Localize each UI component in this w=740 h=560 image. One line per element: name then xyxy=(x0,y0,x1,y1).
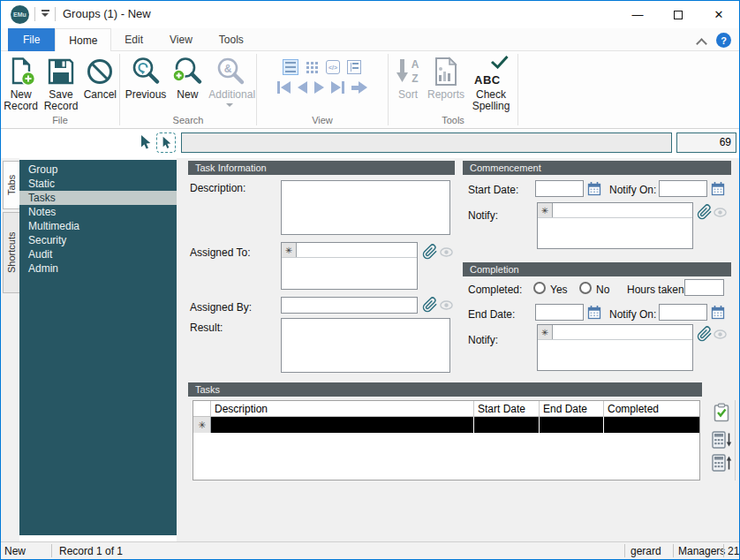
previous-search-icon xyxy=(130,54,162,89)
calculator-insert-up-icon[interactable] xyxy=(712,454,732,472)
assigned-to-grid[interactable]: ✳ xyxy=(281,242,418,290)
clipboard-check-icon[interactable] xyxy=(713,403,730,422)
check-spelling-icon: ABC xyxy=(471,54,511,89)
sidebar-item-tasks[interactable]: Tasks xyxy=(19,191,177,205)
commencement-notify-grid[interactable]: ✳ xyxy=(537,202,693,249)
eye-icon[interactable] xyxy=(714,208,727,217)
tab-file[interactable]: File xyxy=(8,28,55,51)
calendar-icon[interactable] xyxy=(587,305,601,320)
column-header-start-date[interactable]: Start Date xyxy=(474,401,540,416)
additional-search-button[interactable]: & Additional xyxy=(206,51,253,114)
attach-icon[interactable] xyxy=(697,325,713,343)
nav-next-icon[interactable] xyxy=(314,81,324,94)
attach-icon[interactable] xyxy=(697,203,713,221)
arrow-cursor-icon[interactable] xyxy=(138,134,152,151)
svg-text:Z: Z xyxy=(412,72,418,85)
description-textarea[interactable] xyxy=(281,180,450,235)
group-label-tools: Tools xyxy=(389,114,517,128)
tab-edit[interactable]: Edit xyxy=(111,28,156,51)
notify-on-label: Notify On: xyxy=(609,308,656,321)
tab-view[interactable]: View xyxy=(156,28,206,51)
status-separator xyxy=(624,544,625,557)
sidebar-item-group[interactable]: Group xyxy=(19,163,177,177)
new-record-icon xyxy=(6,54,36,89)
calendar-icon[interactable] xyxy=(587,181,601,196)
close-button[interactable]: ✕ xyxy=(698,1,739,28)
view-list-icon[interactable] xyxy=(283,59,298,75)
quick-access-dropdown-icon[interactable] xyxy=(42,10,50,17)
result-textarea[interactable] xyxy=(281,318,450,373)
select-mode-icon[interactable] xyxy=(156,132,176,153)
sidebar-item-security[interactable]: Security xyxy=(19,233,177,247)
calendar-icon[interactable] xyxy=(711,305,725,320)
section-header-commencement: Commencement xyxy=(463,161,731,175)
tasks-table: Description Start Date End Date Complete… xyxy=(193,400,700,481)
notify-on-input[interactable] xyxy=(659,304,707,321)
nav-goto-icon[interactable] xyxy=(351,81,367,94)
radio-no[interactable] xyxy=(579,282,592,294)
column-header-description[interactable]: Description xyxy=(211,401,474,416)
cancel-button[interactable]: Cancel xyxy=(81,51,119,114)
nav-last-icon[interactable] xyxy=(331,81,344,94)
help-icon[interactable]: ? xyxy=(716,33,731,48)
calculator-insert-down-icon[interactable] xyxy=(712,431,732,449)
reports-button[interactable]: Reports xyxy=(425,51,467,114)
end-date-input[interactable] xyxy=(535,304,584,321)
start-date-input[interactable] xyxy=(535,180,584,197)
eye-icon[interactable] xyxy=(440,300,453,310)
new-record-button[interactable]: New Record xyxy=(1,51,41,114)
hours-taken-input[interactable] xyxy=(684,279,724,296)
save-record-button[interactable]: Save Record xyxy=(41,51,80,114)
nav-first-icon[interactable] xyxy=(277,81,291,94)
column-header-completed[interactable]: Completed xyxy=(604,401,699,416)
sort-button[interactable]: A Z Sort xyxy=(391,51,425,114)
sidebar-item-multimedia[interactable]: Multimedia xyxy=(19,219,177,233)
sidebar-item-audit[interactable]: Audit xyxy=(19,247,177,261)
view-code-icon[interactable]: </> xyxy=(325,59,341,75)
maximize-icon xyxy=(674,11,683,19)
status-bar: New Record 1 of 1 gerard Managers 21041 xyxy=(1,541,739,559)
calendar-icon[interactable] xyxy=(711,181,725,196)
completion-notify-grid[interactable]: ✳ xyxy=(537,324,693,371)
attach-icon[interactable] xyxy=(422,296,438,314)
table-header-row: Description Start Date End Date Complete… xyxy=(193,401,699,417)
emu-app-icon[interactable]: EMu xyxy=(11,5,29,24)
new-search-button[interactable]: New xyxy=(169,51,206,114)
table-new-row[interactable]: ✳ xyxy=(193,417,699,433)
assigned-by-input[interactable] xyxy=(281,297,418,314)
additional-search-icon: & xyxy=(214,54,245,89)
tab-strip-shortcuts[interactable]: Shortcuts xyxy=(3,212,19,293)
check-spelling-button[interactable]: ABC Check Spelling xyxy=(467,51,515,114)
previous-search-button[interactable]: Previous xyxy=(123,51,170,114)
eye-icon[interactable] xyxy=(714,329,727,339)
notify-on-input[interactable] xyxy=(659,180,707,197)
sidebar-item-static[interactable]: Static xyxy=(19,177,177,191)
title-bar: EMu Groups (1) - New — ✕ xyxy=(1,1,739,28)
notify-on-label: Notify On: xyxy=(609,184,656,196)
main-area: Tabs Shortcuts Group Static Tasks Notes … xyxy=(1,158,739,541)
sidebar-item-admin[interactable]: Admin xyxy=(19,261,177,276)
collapse-ribbon-icon[interactable] xyxy=(698,38,706,46)
status-separator xyxy=(723,544,724,557)
ribbon: New Record Save Record xyxy=(1,51,739,129)
radio-yes[interactable] xyxy=(533,282,546,294)
status-separator xyxy=(673,544,674,557)
ribbon-group-separator xyxy=(517,54,518,125)
panel-divider xyxy=(735,400,736,481)
column-header-end-date[interactable]: End Date xyxy=(540,401,604,416)
attach-icon[interactable] xyxy=(422,243,438,261)
end-date-label: End Date: xyxy=(468,308,515,321)
nav-previous-icon[interactable] xyxy=(298,81,307,94)
assigned-by-label: Assigned By: xyxy=(190,301,252,314)
tab-tools[interactable]: Tools xyxy=(206,28,257,51)
eye-icon[interactable] xyxy=(440,247,453,257)
view-details-icon[interactable] xyxy=(346,59,362,75)
status-separator xyxy=(51,544,52,557)
tab-home[interactable]: Home xyxy=(55,28,111,52)
tab-strip-tabs[interactable]: Tabs xyxy=(3,161,19,209)
maximize-button[interactable] xyxy=(658,1,698,28)
view-grid-icon[interactable] xyxy=(304,59,320,75)
sidebar-item-notes[interactable]: Notes xyxy=(19,205,177,219)
row-marker: ✳ xyxy=(193,417,211,433)
minimize-button[interactable]: — xyxy=(617,1,658,28)
